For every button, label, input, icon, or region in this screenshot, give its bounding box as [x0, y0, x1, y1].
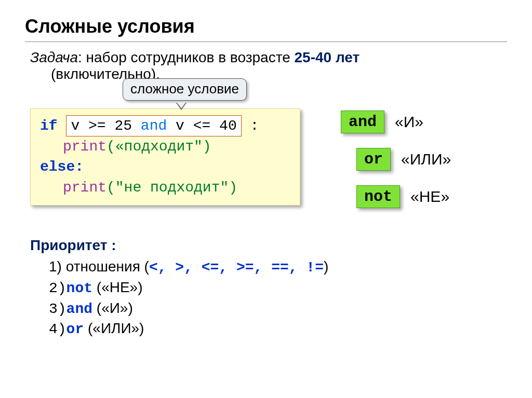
p2-label: («НЕ»): [97, 279, 143, 295]
task-bold: 25-40 лет: [295, 49, 360, 65]
code-line-3: else:: [40, 157, 290, 177]
cond-tail: :: [242, 118, 259, 134]
p3-num: 3): [49, 301, 66, 317]
p4-num: 4): [49, 321, 66, 337]
code-line-2: print(«подходит"): [40, 136, 290, 157]
cond-post: v <= 40: [167, 118, 236, 134]
badge-or: or: [356, 148, 391, 171]
priority-section: Приоритет : 1) отношения (<, >, <=, >=, …: [30, 237, 507, 339]
p2-num: 2): [49, 280, 66, 296]
task-line-2: (включительно).: [51, 66, 507, 83]
condition-box: v >= 25 and v <= 40: [66, 115, 241, 136]
op-label-or: «ИЛИ»: [401, 150, 451, 168]
priority-line-2: 2)not («НЕ»): [49, 278, 507, 298]
print1-arg: («подходит"): [107, 139, 211, 155]
op-label-and: «И»: [395, 113, 423, 131]
kw-print-2: print: [63, 180, 107, 196]
kw-print-1: print: [63, 139, 107, 155]
cond-and: and: [141, 118, 167, 134]
op-row-or: or «ИЛИ»: [356, 148, 451, 171]
priority-title: Приоритет :: [30, 237, 507, 254]
p1-ops: <, >, <=, >=, ==, !=: [149, 259, 324, 276]
slide-title: Сложные условия: [25, 16, 507, 37]
kw-else: else:: [40, 159, 84, 175]
task-label: Задача: [30, 49, 78, 65]
priority-line-1: 1) отношения (<, >, <=, >=, ==, !=): [49, 257, 507, 278]
badge-and: and: [341, 111, 384, 133]
print2-arg: ("не подходит"): [107, 180, 237, 196]
p1-num: 1): [49, 258, 66, 275]
p2-kw: not: [66, 280, 92, 296]
callout-pointer: [177, 102, 186, 108]
main-row: сложное условие if v >= 25 and v <= 40 :…: [25, 108, 507, 208]
p1-close: ): [324, 258, 328, 275]
p3-kw: and: [66, 301, 92, 317]
cond-pre: v >= 25: [71, 118, 140, 134]
p4-label: («ИЛИ»): [88, 320, 144, 336]
task-text-1: : набор сотрудников в возрасте: [78, 49, 295, 65]
op-label-not: «НЕ»: [410, 188, 449, 205]
operators-column: and «И» or «ИЛИ» not «НЕ»: [341, 108, 451, 208]
task-line-1: Задача: набор сотрудников в возрасте 25-…: [30, 49, 507, 66]
p3-label: («И»): [97, 300, 133, 316]
priority-line-4: 4)or («ИЛИ»): [49, 319, 507, 339]
badge-not: not: [356, 185, 400, 208]
callout-box: сложное условие: [123, 78, 247, 101]
title-divider: [25, 42, 507, 42]
p1-text: отношения (: [66, 258, 149, 275]
p4-kw: or: [66, 321, 84, 337]
code-box: if v >= 25 and v <= 40 : print(«подходит…: [30, 108, 300, 205]
op-row-and: and «И»: [341, 111, 451, 133]
priority-line-3: 3)and («И»): [49, 298, 507, 319]
code-line-4: print("не подходит"): [40, 177, 290, 198]
kw-if: if: [40, 118, 58, 134]
op-row-not: not «НЕ»: [356, 185, 451, 208]
code-line-1: if v >= 25 and v <= 40 :: [40, 115, 290, 136]
